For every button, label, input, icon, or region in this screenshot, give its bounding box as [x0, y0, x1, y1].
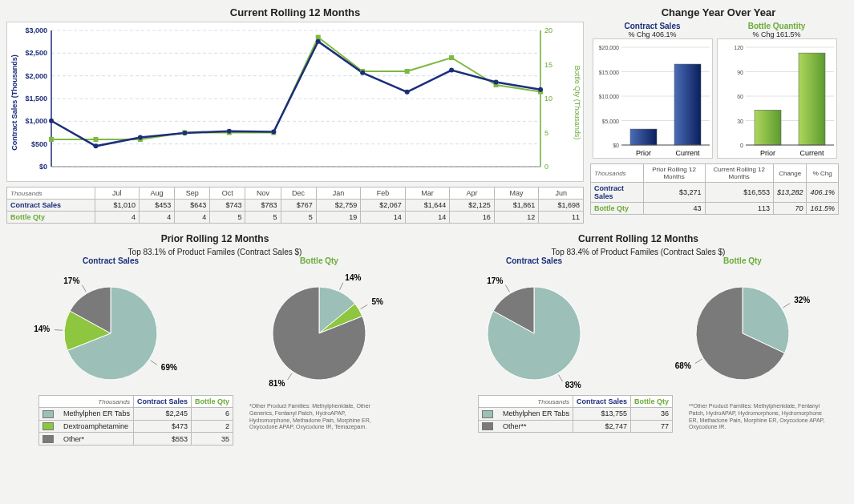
yoy-bottle-bar: 0306090120PriorCurrent: [717, 38, 837, 159]
svg-rect-40: [449, 55, 454, 60]
svg-line-78: [151, 361, 157, 365]
svg-text:$0: $0: [39, 163, 47, 171]
svg-text:83%: 83%: [565, 381, 581, 389]
yoy-title: Change Year Over Year: [590, 6, 847, 18]
svg-rect-73: [755, 110, 781, 145]
current-cs-label: Contract Sales: [430, 256, 638, 265]
svg-rect-75: [799, 53, 825, 145]
svg-rect-60: [674, 64, 701, 145]
yoy-contract-bar: $0$5,000$10,000$15,000$20,000PriorCurren…: [593, 38, 713, 159]
svg-text:15: 15: [544, 61, 552, 69]
svg-rect-22: [49, 137, 54, 142]
svg-point-39: [405, 90, 410, 95]
svg-text:17%: 17%: [63, 276, 79, 285]
svg-line-96: [695, 359, 702, 363]
svg-point-35: [316, 39, 321, 44]
svg-text:14%: 14%: [34, 325, 50, 333]
svg-text:32%: 32%: [794, 296, 810, 304]
svg-line-88: [288, 373, 293, 380]
svg-line-80: [55, 330, 63, 331]
svg-text:20: 20: [544, 26, 552, 34]
svg-text:Current: Current: [675, 149, 700, 157]
svg-text:5%: 5%: [371, 297, 383, 306]
svg-line-86: [361, 304, 368, 308]
svg-text:$5,000: $5,000: [601, 119, 619, 124]
current-contract-pie: 83%17%: [446, 265, 622, 393]
svg-line-84: [340, 283, 343, 290]
svg-text:Prior: Prior: [635, 149, 650, 157]
svg-point-25: [93, 143, 98, 148]
yoy-contract-sub: % Chg 406.1%: [590, 30, 714, 38]
yoy-contract-header: Contract Sales: [590, 22, 714, 30]
svg-text:60: 60: [737, 94, 743, 99]
prior-footnote: *Other Product Families: Methylphenidate…: [249, 403, 386, 446]
prior-table: ThousandsContract SalesBottle QtyMethylp…: [38, 395, 233, 446]
svg-text:0: 0: [740, 143, 743, 148]
svg-text:$10,000: $10,000: [598, 94, 618, 99]
svg-text:Current: Current: [799, 149, 824, 157]
svg-text:Prior: Prior: [759, 149, 775, 157]
svg-point-23: [49, 119, 54, 123]
svg-text:81%: 81%: [269, 379, 285, 388]
current-bottle-pie: 32%68%: [654, 265, 831, 393]
line-chart-title: Current Rolling 12 Months: [6, 6, 584, 18]
svg-rect-38: [405, 69, 410, 74]
svg-text:90: 90: [737, 70, 743, 75]
yoy-bottle-header: Bottle Quantity: [714, 22, 839, 30]
svg-line-90: [559, 375, 563, 382]
prior-sub: Top 83.1% of Product Familes (Contract S…: [6, 248, 423, 256]
svg-point-27: [138, 135, 143, 140]
svg-text:17%: 17%: [487, 276, 503, 285]
svg-rect-58: [630, 129, 657, 145]
svg-text:$1,000: $1,000: [25, 117, 47, 125]
svg-point-43: [494, 80, 499, 85]
svg-text:$2,000: $2,000: [25, 72, 47, 80]
svg-rect-24: [93, 137, 98, 142]
months-table: ThousandsJulAugSepOctNovDecJanFebMarAprM…: [6, 187, 584, 224]
svg-text:$2,500: $2,500: [25, 49, 47, 57]
svg-text:$0: $0: [613, 143, 619, 148]
svg-text:5: 5: [544, 129, 548, 137]
current-table: ThousandsContract SalesBottle QtyMethylp…: [478, 395, 673, 433]
svg-text:10: 10: [544, 95, 552, 103]
prior-bottle-pie: 14%5%81%: [231, 265, 407, 393]
prior-cs-label: Contract Sales: [6, 256, 215, 265]
svg-text:0: 0: [544, 163, 548, 171]
svg-line-94: [783, 303, 790, 307]
svg-text:$1,500: $1,500: [25, 95, 47, 103]
svg-line-92: [505, 285, 509, 292]
current-title: Current Rolling 12 Months: [430, 233, 847, 244]
prior-bq-label: Bottle Qty: [215, 256, 423, 265]
svg-text:69%: 69%: [161, 363, 177, 372]
svg-point-41: [449, 68, 454, 73]
line-chart: $0$500$1,000$1,500$2,000$2,500$3,0000510…: [6, 22, 584, 182]
current-sub: Top 83.4% of Product Familes (Contract S…: [430, 248, 847, 256]
current-bq-label: Bottle Qty: [638, 256, 847, 265]
svg-rect-34: [316, 35, 321, 40]
svg-text:$20,000: $20,000: [598, 45, 618, 50]
svg-point-45: [538, 87, 543, 92]
svg-text:$3,000: $3,000: [25, 26, 47, 34]
svg-text:68%: 68%: [675, 361, 691, 370]
svg-text:$500: $500: [31, 140, 47, 148]
svg-line-82: [82, 285, 86, 292]
svg-text:120: 120: [734, 45, 743, 50]
svg-text:30: 30: [737, 119, 743, 124]
prior-title: Prior Rolling 12 Months: [6, 233, 423, 244]
yoy-bottle-sub: % Chg 161.5%: [714, 30, 839, 38]
svg-text:Bottle Qty (Thousands): Bottle Qty (Thousands): [573, 66, 581, 140]
yoy-table: ThousandsPrior Rolling 12 MonthsCurrent …: [590, 163, 839, 215]
svg-point-29: [182, 131, 187, 135]
svg-text:14%: 14%: [345, 273, 361, 282]
svg-point-33: [271, 130, 276, 135]
prior-contract-pie: 69%14%17%: [22, 265, 199, 393]
svg-text:$15,000: $15,000: [598, 70, 618, 75]
current-footnote: **Other Product Families: Methylphenidat…: [689, 403, 825, 433]
svg-point-31: [227, 129, 232, 134]
svg-text:Contract Sales (Thousands): Contract Sales (Thousands): [10, 54, 18, 151]
svg-point-37: [360, 71, 365, 75]
